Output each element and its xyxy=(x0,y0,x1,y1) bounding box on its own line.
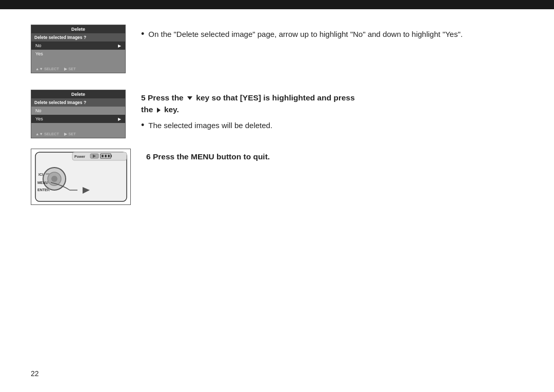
top-bar xyxy=(0,0,554,9)
step6-number: 6 xyxy=(146,152,151,161)
step5-row: Delete Delete selected Images ? No Yes ▶… xyxy=(31,90,523,138)
step5-text-p3: the xyxy=(141,105,153,114)
svg-text:ICI: ICI xyxy=(38,173,43,176)
mockup1-item-no: No ▶ xyxy=(31,42,125,50)
bullet-symbol: • xyxy=(141,29,144,40)
down-arrow-icon xyxy=(187,96,192,100)
svg-rect-18 xyxy=(46,189,50,190)
step5-text-p4: key. xyxy=(164,105,179,114)
mockup2-subtitle: Delete selected Images ? xyxy=(31,98,125,107)
step5-number: 5 xyxy=(141,93,146,102)
intro-paragraph: On the "Delete selected image" page, arr… xyxy=(148,29,463,40)
mockup2-title: Delete xyxy=(31,90,125,98)
step6-text-content: 6 Press the MENU button to quit. xyxy=(146,149,523,167)
svg-rect-6 xyxy=(102,155,104,157)
step5-text-p1: Press the xyxy=(148,93,186,102)
step5-text-content: 5 Press the key so that [YES] is highlig… xyxy=(141,90,523,134)
step5-bullet: • The selected images will be deleted. xyxy=(141,120,523,135)
step5-bullet-text: The selected images will be deleted. xyxy=(148,120,272,132)
svg-rect-9 xyxy=(111,155,112,157)
svg-rect-8 xyxy=(108,155,110,157)
mockup1-subtitle: Delete selected Images ? xyxy=(31,33,125,42)
svg-point-12 xyxy=(51,176,57,182)
svg-rect-7 xyxy=(105,155,107,157)
intro-bullet: • On the "Delete selected image" page, a… xyxy=(141,29,523,44)
step5-heading: 5 Press the key so that [YES] is highlig… xyxy=(141,92,523,116)
mockup2-bottom: ▲▼ SELECT ▶ SET xyxy=(31,130,125,138)
intro-row: Delete Delete selected Images ? No ▶ Yes… xyxy=(31,25,523,73)
mockup1-title: Delete xyxy=(31,25,125,33)
mockup1-bottom: ▲▼ SELECT ▶ SET xyxy=(31,65,125,73)
step6-row: Power ICI MENU ENTER xyxy=(31,149,523,205)
ui-mockup-1: Delete Delete selected Images ? No ▶ Yes… xyxy=(31,25,126,73)
right-arrow-icon xyxy=(157,108,161,113)
step6-heading: 6 Press the MENU button to quit. xyxy=(146,151,523,162)
mockup2-item-no: No xyxy=(31,107,125,115)
step5-bullet-symbol: • xyxy=(141,120,144,131)
camera-mockup: Power ICI MENU ENTER xyxy=(31,149,131,205)
ui-mockup-2: Delete Delete selected Images ? No Yes ▶… xyxy=(31,90,126,138)
svg-rect-17 xyxy=(46,182,50,183)
svg-text:Power: Power xyxy=(74,155,85,158)
mockup1-item-yes: Yes xyxy=(31,50,125,58)
page-number: 22 xyxy=(31,369,39,378)
camera-svg: Power ICI MENU ENTER xyxy=(31,149,131,205)
mockup2-item-yes: Yes ▶ xyxy=(31,115,125,123)
intro-text-content: • On the "Delete selected image" page, a… xyxy=(141,25,523,44)
svg-rect-16 xyxy=(46,173,50,175)
step5-text-p2: key so that [YES] is highlighted and pre… xyxy=(196,93,354,102)
